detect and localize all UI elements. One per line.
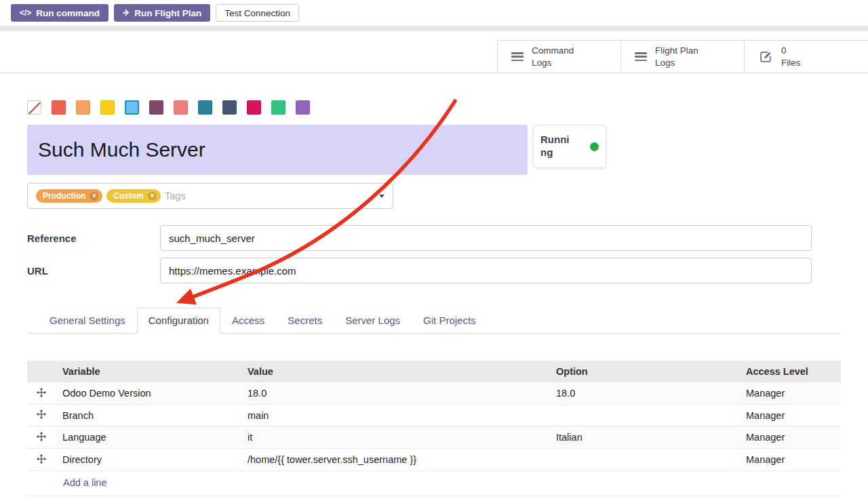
drag-handle-icon[interactable] bbox=[37, 432, 46, 443]
flight-plan-logs-label: Flight Plan Logs bbox=[655, 45, 698, 68]
divider-strip bbox=[0, 26, 868, 31]
cell-value[interactable]: it bbox=[241, 426, 549, 449]
add-a-line-link[interactable]: Add a line bbox=[63, 477, 107, 488]
color-swatch-red[interactable] bbox=[52, 100, 66, 115]
tab-access[interactable]: Access bbox=[220, 308, 276, 334]
status-card[interactable]: Running bbox=[533, 125, 606, 168]
table-row: Odoo Demo Version 18.0 18.0 Manager bbox=[27, 382, 841, 404]
table-header-row: Variable Value Option Access Level bbox=[27, 361, 841, 382]
list-icon bbox=[635, 52, 647, 61]
drag-handle-icon[interactable] bbox=[37, 409, 46, 421]
color-swatch-navy[interactable] bbox=[222, 100, 237, 115]
cell-access-level[interactable]: Manager bbox=[739, 449, 841, 471]
flight-plan-logs-button[interactable]: Flight Plan Logs bbox=[620, 40, 744, 73]
server-name-input[interactable]: Such Much Server bbox=[27, 125, 528, 175]
notebook-tabs: General Settings Configuration Access Se… bbox=[27, 308, 841, 334]
reference-input[interactable] bbox=[160, 225, 812, 251]
chevron-down-icon[interactable] bbox=[379, 195, 384, 198]
col-header-access-level: Access Level bbox=[739, 361, 841, 382]
list-icon bbox=[511, 52, 524, 61]
tab-server-logs[interactable]: Server Logs bbox=[334, 308, 412, 334]
status-label: Running bbox=[540, 134, 574, 159]
tab-configuration[interactable]: Configuration bbox=[137, 308, 220, 334]
test-connection-label: Test Connection bbox=[224, 8, 290, 18]
files-button[interactable]: 0 Files bbox=[744, 40, 868, 73]
color-swatch-no-color[interactable] bbox=[27, 100, 41, 115]
cell-variable[interactable]: Odoo Demo Version bbox=[56, 382, 241, 404]
col-header-handle bbox=[27, 361, 56, 382]
command-logs-label: Command Logs bbox=[532, 45, 574, 68]
color-swatch-salmon[interactable] bbox=[174, 100, 188, 115]
cell-value[interactable]: 18.0 bbox=[241, 382, 549, 404]
url-label: URL bbox=[27, 265, 160, 277]
run-command-label: Run command bbox=[36, 8, 100, 18]
cell-option[interactable]: 18.0 bbox=[549, 382, 739, 404]
tab-secrets[interactable]: Secrets bbox=[276, 308, 334, 334]
form-sheet: Such Much Server Running Production × Cu… bbox=[0, 100, 868, 496]
cell-variable[interactable]: Branch bbox=[56, 404, 241, 426]
tag-custom[interactable]: Custom × bbox=[106, 189, 161, 203]
cell-option[interactable]: Italian bbox=[549, 426, 739, 449]
tags-placeholder: Tags bbox=[165, 190, 186, 201]
table-row: Directory /home/{{ tower.server.ssh_user… bbox=[27, 449, 841, 471]
cell-value[interactable]: /home/{{ tower.server.ssh_username }} bbox=[241, 449, 549, 471]
command-logs-button[interactable]: Command Logs bbox=[497, 40, 620, 73]
smart-button-bar: Command Logs Flight Plan Logs 0 Files bbox=[0, 31, 868, 73]
status-dot-icon bbox=[590, 142, 599, 151]
title-row: Such Much Server Running bbox=[27, 125, 841, 175]
color-swatch-purple[interactable] bbox=[296, 100, 310, 115]
add-line-row: Add a line bbox=[27, 470, 841, 496]
configuration-table: Variable Value Option Access Level Odoo … bbox=[27, 361, 841, 496]
tags-input[interactable]: Production × Custom × Tags bbox=[27, 183, 393, 209]
color-swatch-yellow[interactable] bbox=[100, 100, 115, 115]
tab-general-settings[interactable]: General Settings bbox=[38, 308, 137, 334]
code-icon: </> bbox=[20, 8, 31, 18]
color-swatch-magenta[interactable] bbox=[247, 100, 261, 115]
run-command-button[interactable]: </> Run command bbox=[11, 4, 108, 22]
url-field-row: URL bbox=[27, 258, 841, 283]
drag-handle-icon[interactable] bbox=[37, 454, 46, 466]
tag-production[interactable]: Production × bbox=[36, 189, 102, 203]
cell-access-level[interactable]: Manager bbox=[739, 426, 841, 449]
drag-handle-icon[interactable] bbox=[37, 388, 46, 399]
field-group: Reference URL bbox=[27, 225, 841, 283]
run-flight-plan-button[interactable]: ✈ Run Flight Plan bbox=[114, 4, 210, 22]
files-label: 0 Files bbox=[781, 45, 801, 68]
tag-production-label: Production bbox=[43, 191, 85, 201]
color-swatch-light-blue[interactable] bbox=[125, 100, 139, 115]
cell-option[interactable] bbox=[549, 449, 739, 471]
reference-field-row: Reference bbox=[27, 225, 841, 251]
remove-tag-icon[interactable]: × bbox=[148, 192, 157, 201]
table-row: Language it Italian Manager bbox=[27, 426, 841, 449]
test-connection-button[interactable]: Test Connection bbox=[216, 4, 299, 22]
col-header-value: Value bbox=[241, 361, 549, 382]
reference-label: Reference bbox=[27, 233, 160, 244]
color-swatch-dark-purple[interactable] bbox=[149, 100, 163, 115]
edit-icon bbox=[758, 49, 773, 64]
color-picker bbox=[27, 100, 841, 115]
url-input[interactable] bbox=[160, 258, 812, 283]
tab-git-projects[interactable]: Git Projects bbox=[412, 308, 488, 334]
col-header-option: Option bbox=[549, 361, 739, 382]
remove-tag-icon[interactable]: × bbox=[90, 192, 98, 201]
server-form-view: </> Run command ✈ Run Flight Plan Test C… bbox=[0, 0, 868, 503]
table-row: Branch main Manager bbox=[27, 404, 841, 426]
cell-variable[interactable]: Language bbox=[56, 426, 241, 449]
run-flight-plan-label: Run Flight Plan bbox=[134, 8, 201, 18]
color-swatch-teal[interactable] bbox=[198, 100, 212, 115]
color-swatch-green[interactable] bbox=[271, 100, 285, 115]
files-count: 0 bbox=[781, 45, 801, 57]
paper-plane-icon: ✈ bbox=[123, 8, 130, 18]
color-swatch-orange[interactable] bbox=[76, 100, 90, 115]
cell-access-level[interactable]: Manager bbox=[739, 404, 841, 426]
col-header-variable: Variable bbox=[56, 361, 241, 382]
control-panel: </> Run command ✈ Run Flight Plan Test C… bbox=[0, 0, 868, 26]
cell-access-level[interactable]: Manager bbox=[739, 382, 841, 404]
tag-custom-label: Custom bbox=[113, 191, 144, 201]
cell-value[interactable]: main bbox=[241, 404, 549, 426]
cell-variable[interactable]: Directory bbox=[56, 449, 241, 471]
cell-option[interactable] bbox=[549, 404, 739, 426]
